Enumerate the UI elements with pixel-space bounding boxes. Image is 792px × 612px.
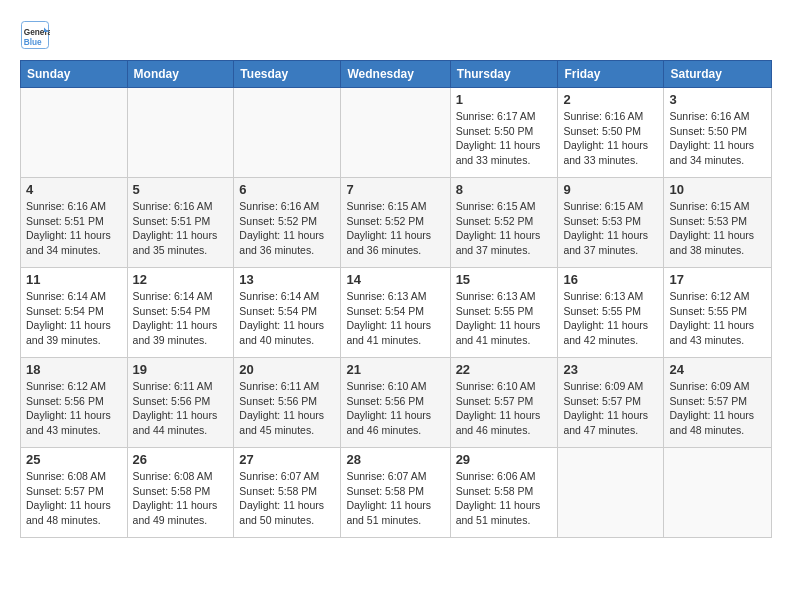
calendar-cell: 29Sunrise: 6:06 AM Sunset: 5:58 PM Dayli… xyxy=(450,448,558,538)
calendar-cell: 26Sunrise: 6:08 AM Sunset: 5:58 PM Dayli… xyxy=(127,448,234,538)
page-header: General Blue xyxy=(20,20,772,50)
logo: General Blue xyxy=(20,20,52,50)
calendar-cell: 12Sunrise: 6:14 AM Sunset: 5:54 PM Dayli… xyxy=(127,268,234,358)
day-number: 6 xyxy=(239,182,335,197)
svg-text:Blue: Blue xyxy=(24,38,42,47)
day-number: 16 xyxy=(563,272,658,287)
day-info: Sunrise: 6:15 AM Sunset: 5:53 PM Dayligh… xyxy=(563,199,658,258)
day-number: 8 xyxy=(456,182,553,197)
column-header-saturday: Saturday xyxy=(664,61,772,88)
calendar-cell: 11Sunrise: 6:14 AM Sunset: 5:54 PM Dayli… xyxy=(21,268,128,358)
calendar-cell xyxy=(234,88,341,178)
logo-icon: General Blue xyxy=(20,20,50,50)
day-info: Sunrise: 6:10 AM Sunset: 5:56 PM Dayligh… xyxy=(346,379,444,438)
calendar-cell: 16Sunrise: 6:13 AM Sunset: 5:55 PM Dayli… xyxy=(558,268,664,358)
calendar-cell: 21Sunrise: 6:10 AM Sunset: 5:56 PM Dayli… xyxy=(341,358,450,448)
column-header-wednesday: Wednesday xyxy=(341,61,450,88)
day-info: Sunrise: 6:14 AM Sunset: 5:54 PM Dayligh… xyxy=(239,289,335,348)
calendar-cell: 4Sunrise: 6:16 AM Sunset: 5:51 PM Daylig… xyxy=(21,178,128,268)
calendar-week-row: 18Sunrise: 6:12 AM Sunset: 5:56 PM Dayli… xyxy=(21,358,772,448)
calendar-week-row: 25Sunrise: 6:08 AM Sunset: 5:57 PM Dayli… xyxy=(21,448,772,538)
day-info: Sunrise: 6:14 AM Sunset: 5:54 PM Dayligh… xyxy=(26,289,122,348)
column-header-thursday: Thursday xyxy=(450,61,558,88)
day-number: 20 xyxy=(239,362,335,377)
calendar-cell: 24Sunrise: 6:09 AM Sunset: 5:57 PM Dayli… xyxy=(664,358,772,448)
column-header-monday: Monday xyxy=(127,61,234,88)
day-number: 29 xyxy=(456,452,553,467)
day-info: Sunrise: 6:09 AM Sunset: 5:57 PM Dayligh… xyxy=(669,379,766,438)
calendar-cell: 23Sunrise: 6:09 AM Sunset: 5:57 PM Dayli… xyxy=(558,358,664,448)
day-number: 13 xyxy=(239,272,335,287)
day-number: 10 xyxy=(669,182,766,197)
day-info: Sunrise: 6:12 AM Sunset: 5:56 PM Dayligh… xyxy=(26,379,122,438)
day-info: Sunrise: 6:17 AM Sunset: 5:50 PM Dayligh… xyxy=(456,109,553,168)
calendar-cell: 7Sunrise: 6:15 AM Sunset: 5:52 PM Daylig… xyxy=(341,178,450,268)
day-number: 18 xyxy=(26,362,122,377)
day-number: 1 xyxy=(456,92,553,107)
svg-text:General: General xyxy=(24,28,50,37)
day-info: Sunrise: 6:08 AM Sunset: 5:57 PM Dayligh… xyxy=(26,469,122,528)
calendar-cell: 3Sunrise: 6:16 AM Sunset: 5:50 PM Daylig… xyxy=(664,88,772,178)
calendar-cell xyxy=(127,88,234,178)
day-info: Sunrise: 6:15 AM Sunset: 5:53 PM Dayligh… xyxy=(669,199,766,258)
day-number: 12 xyxy=(133,272,229,287)
day-number: 5 xyxy=(133,182,229,197)
day-number: 22 xyxy=(456,362,553,377)
day-info: Sunrise: 6:15 AM Sunset: 5:52 PM Dayligh… xyxy=(456,199,553,258)
calendar-cell: 9Sunrise: 6:15 AM Sunset: 5:53 PM Daylig… xyxy=(558,178,664,268)
calendar-cell: 19Sunrise: 6:11 AM Sunset: 5:56 PM Dayli… xyxy=(127,358,234,448)
day-info: Sunrise: 6:09 AM Sunset: 5:57 PM Dayligh… xyxy=(563,379,658,438)
day-number: 4 xyxy=(26,182,122,197)
day-number: 19 xyxy=(133,362,229,377)
calendar-cell: 2Sunrise: 6:16 AM Sunset: 5:50 PM Daylig… xyxy=(558,88,664,178)
column-header-friday: Friday xyxy=(558,61,664,88)
calendar-cell: 22Sunrise: 6:10 AM Sunset: 5:57 PM Dayli… xyxy=(450,358,558,448)
day-number: 11 xyxy=(26,272,122,287)
day-number: 3 xyxy=(669,92,766,107)
calendar-cell: 18Sunrise: 6:12 AM Sunset: 5:56 PM Dayli… xyxy=(21,358,128,448)
calendar-cell: 27Sunrise: 6:07 AM Sunset: 5:58 PM Dayli… xyxy=(234,448,341,538)
day-info: Sunrise: 6:16 AM Sunset: 5:50 PM Dayligh… xyxy=(563,109,658,168)
day-number: 14 xyxy=(346,272,444,287)
calendar-cell: 17Sunrise: 6:12 AM Sunset: 5:55 PM Dayli… xyxy=(664,268,772,358)
day-info: Sunrise: 6:16 AM Sunset: 5:51 PM Dayligh… xyxy=(26,199,122,258)
day-info: Sunrise: 6:16 AM Sunset: 5:50 PM Dayligh… xyxy=(669,109,766,168)
day-number: 2 xyxy=(563,92,658,107)
calendar-table: SundayMondayTuesdayWednesdayThursdayFrid… xyxy=(20,60,772,538)
day-info: Sunrise: 6:13 AM Sunset: 5:54 PM Dayligh… xyxy=(346,289,444,348)
day-info: Sunrise: 6:08 AM Sunset: 5:58 PM Dayligh… xyxy=(133,469,229,528)
day-info: Sunrise: 6:07 AM Sunset: 5:58 PM Dayligh… xyxy=(346,469,444,528)
day-info: Sunrise: 6:13 AM Sunset: 5:55 PM Dayligh… xyxy=(563,289,658,348)
column-header-sunday: Sunday xyxy=(21,61,128,88)
day-info: Sunrise: 6:13 AM Sunset: 5:55 PM Dayligh… xyxy=(456,289,553,348)
day-info: Sunrise: 6:16 AM Sunset: 5:51 PM Dayligh… xyxy=(133,199,229,258)
day-info: Sunrise: 6:15 AM Sunset: 5:52 PM Dayligh… xyxy=(346,199,444,258)
calendar-cell: 6Sunrise: 6:16 AM Sunset: 5:52 PM Daylig… xyxy=(234,178,341,268)
day-info: Sunrise: 6:06 AM Sunset: 5:58 PM Dayligh… xyxy=(456,469,553,528)
calendar-week-row: 1Sunrise: 6:17 AM Sunset: 5:50 PM Daylig… xyxy=(21,88,772,178)
calendar-cell: 14Sunrise: 6:13 AM Sunset: 5:54 PM Dayli… xyxy=(341,268,450,358)
calendar-cell: 15Sunrise: 6:13 AM Sunset: 5:55 PM Dayli… xyxy=(450,268,558,358)
day-info: Sunrise: 6:11 AM Sunset: 5:56 PM Dayligh… xyxy=(133,379,229,438)
calendar-cell: 20Sunrise: 6:11 AM Sunset: 5:56 PM Dayli… xyxy=(234,358,341,448)
calendar-cell: 8Sunrise: 6:15 AM Sunset: 5:52 PM Daylig… xyxy=(450,178,558,268)
calendar-week-row: 11Sunrise: 6:14 AM Sunset: 5:54 PM Dayli… xyxy=(21,268,772,358)
day-info: Sunrise: 6:14 AM Sunset: 5:54 PM Dayligh… xyxy=(133,289,229,348)
day-number: 9 xyxy=(563,182,658,197)
day-info: Sunrise: 6:16 AM Sunset: 5:52 PM Dayligh… xyxy=(239,199,335,258)
day-number: 24 xyxy=(669,362,766,377)
calendar-cell: 28Sunrise: 6:07 AM Sunset: 5:58 PM Dayli… xyxy=(341,448,450,538)
day-number: 28 xyxy=(346,452,444,467)
calendar-cell xyxy=(21,88,128,178)
calendar-week-row: 4Sunrise: 6:16 AM Sunset: 5:51 PM Daylig… xyxy=(21,178,772,268)
day-info: Sunrise: 6:07 AM Sunset: 5:58 PM Dayligh… xyxy=(239,469,335,528)
day-number: 23 xyxy=(563,362,658,377)
day-number: 15 xyxy=(456,272,553,287)
day-number: 27 xyxy=(239,452,335,467)
calendar-cell xyxy=(558,448,664,538)
day-info: Sunrise: 6:11 AM Sunset: 5:56 PM Dayligh… xyxy=(239,379,335,438)
day-info: Sunrise: 6:10 AM Sunset: 5:57 PM Dayligh… xyxy=(456,379,553,438)
day-info: Sunrise: 6:12 AM Sunset: 5:55 PM Dayligh… xyxy=(669,289,766,348)
calendar-cell: 13Sunrise: 6:14 AM Sunset: 5:54 PM Dayli… xyxy=(234,268,341,358)
calendar-cell: 5Sunrise: 6:16 AM Sunset: 5:51 PM Daylig… xyxy=(127,178,234,268)
